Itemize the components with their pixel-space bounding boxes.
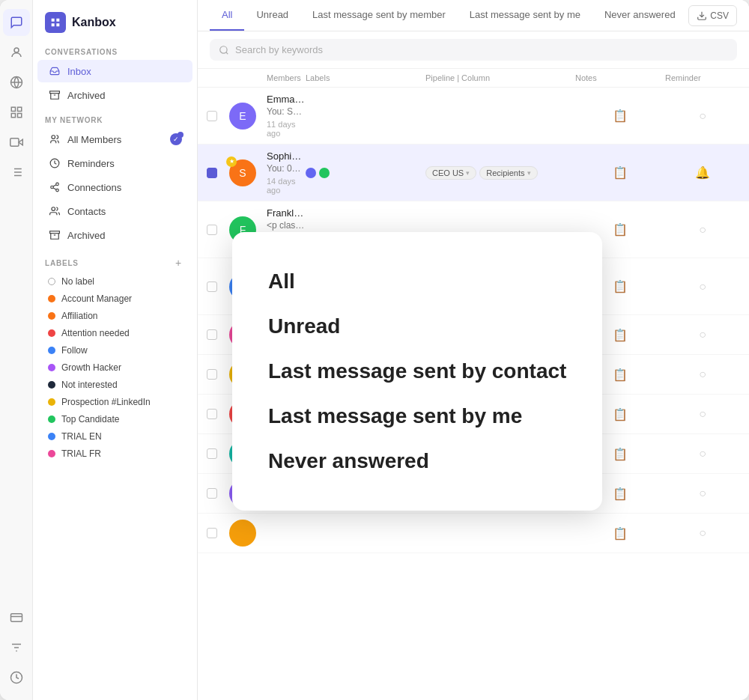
reminder-cell[interactable]: ○ <box>665 526 740 540</box>
label-dot-9 <box>48 433 55 440</box>
row-checkbox[interactable] <box>207 369 217 380</box>
reminder-icon: ○ <box>699 447 706 460</box>
connections-label: Connections <box>67 182 182 193</box>
tab-unread[interactable]: Unread <box>244 0 300 31</box>
label-dot-4 <box>48 347 55 354</box>
nav-clock-icon[interactable] <box>3 664 30 691</box>
reminder-cell[interactable]: ○ <box>665 447 740 460</box>
search-wrap <box>210 39 737 61</box>
row-checkbox[interactable] <box>207 281 217 292</box>
reminder-icon: ○ <box>699 407 706 420</box>
tab-all[interactable]: All <box>210 0 244 31</box>
label-dot-8 <box>48 416 55 423</box>
label-item-1[interactable]: Account Manager <box>37 290 192 307</box>
label-item-0[interactable]: No label <box>37 273 192 290</box>
tab-last-message-sent-by-member[interactable]: Last message sent by member <box>300 0 458 31</box>
row-checkbox[interactable] <box>207 488 217 499</box>
label-item-2[interactable]: Affiliation <box>37 308 192 324</box>
svg-rect-4 <box>17 107 21 111</box>
table-row[interactable]: EEmmanuel Sunyer · Scrum Master • Coach … <box>198 88 749 144</box>
contacts-icon <box>48 204 61 218</box>
svg-rect-5 <box>11 114 15 118</box>
svg-rect-8 <box>10 139 18 147</box>
notes-cell[interactable]: 📋 <box>575 165 665 180</box>
row-checkbox[interactable] <box>207 168 217 178</box>
tooltip-option-2[interactable]: Last message sent by contact <box>268 349 566 394</box>
label-item-5[interactable]: Growth Hacker <box>37 359 192 376</box>
search-input[interactable] <box>235 44 728 55</box>
row-avatar-wrap <box>229 520 267 547</box>
tooltip-option-0[interactable]: All <box>268 259 566 304</box>
sidebar-item-all-members[interactable]: All Members ✓ <box>37 128 192 150</box>
reminder-cell[interactable]: ○ <box>665 407 740 421</box>
sidebar-item-archived[interactable]: Archived <box>37 84 192 106</box>
reminder-icon: 🔔 <box>695 166 710 179</box>
label-item-9[interactable]: TRIAL EN <box>37 428 192 445</box>
nav-profile-icon[interactable] <box>3 39 30 66</box>
nav-list-icon[interactable] <box>3 159 30 186</box>
label-item-4[interactable]: Follow <box>37 342 192 359</box>
label-chip <box>306 168 316 178</box>
filter-tooltip: AllUnreadLast message sent by contactLas… <box>232 232 602 511</box>
tab-never-answered[interactable]: Never answered <box>592 0 688 31</box>
nav-video-icon[interactable] <box>3 129 30 156</box>
label-item-10[interactable]: TRIAL FR <box>37 445 192 462</box>
table-row[interactable]: 📋○ <box>198 514 749 553</box>
csv-label: CSV <box>710 10 729 21</box>
label-item-8[interactable]: Top Candidate <box>37 411 192 427</box>
table-row[interactable]: ★SSophie Poirat · Head of Sales & Head o… <box>198 144 749 201</box>
sidebar-item-connections[interactable]: Connections <box>37 176 192 198</box>
reminder-cell[interactable]: ○ <box>665 328 740 341</box>
sidebar-item-contacts[interactable]: Contacts <box>37 200 192 222</box>
notes-cell[interactable]: 📋 <box>575 109 665 123</box>
archived2-icon <box>48 228 61 242</box>
conversation-info: Sophie Poirat · Head of Sales & Head of … <box>267 150 306 195</box>
sidebar-item-reminders[interactable]: Reminders <box>37 152 192 174</box>
reminder-cell[interactable]: ○ <box>665 109 740 123</box>
notes-cell[interactable]: 📋 <box>575 526 665 541</box>
sidebar-header: Kanbox <box>33 0 197 39</box>
nav-card-icon[interactable] <box>3 604 30 631</box>
archived-icon <box>48 88 61 102</box>
tooltip-option-4[interactable]: Never answered <box>268 439 566 484</box>
reminder-cell[interactable]: 🔔 <box>665 165 740 180</box>
nav-globe-icon[interactable] <box>3 69 30 96</box>
pipeline-column-badge[interactable]: Recipients ▾ <box>479 166 537 180</box>
sidebar: Kanbox CONVERSATIONS Inbox Archived MY N… <box>33 0 198 700</box>
reminders-icon <box>48 156 61 170</box>
labels-cell <box>306 168 425 178</box>
row-checkbox[interactable] <box>207 409 217 419</box>
labels-section-label: LABELS <box>45 259 79 267</box>
avatar: E <box>229 103 256 130</box>
label-name-9: TRIAL EN <box>61 431 102 442</box>
row-checkbox[interactable] <box>207 225 217 235</box>
row-checkbox[interactable] <box>207 528 217 538</box>
add-label-button[interactable]: + <box>172 256 185 270</box>
pipeline-badge[interactable]: CEO US ▾ <box>425 166 476 180</box>
csv-export-button[interactable]: CSV <box>688 5 737 26</box>
last-message: You: 000001.jpg <box>267 163 306 174</box>
svg-rect-31 <box>50 231 60 234</box>
row-checkbox[interactable] <box>207 329 217 340</box>
nav-grid-icon[interactable] <box>3 99 30 126</box>
label-item-6[interactable]: Not interested <box>37 377 192 393</box>
note-icon: 📋 <box>613 166 628 179</box>
sidebar-item-archived2[interactable]: Archived <box>37 224 192 246</box>
label-item-7[interactable]: Prospection #LinkedIn <box>37 394 192 410</box>
last-message: <p class="spinmail-quill-editor__spin-br… <box>267 220 306 231</box>
row-checkbox[interactable] <box>207 448 217 459</box>
reminder-cell[interactable]: ○ <box>665 368 740 381</box>
reminder-icon: ○ <box>699 368 706 380</box>
reminder-cell[interactable]: ○ <box>665 280 740 293</box>
reminder-cell[interactable]: ○ <box>665 487 740 500</box>
sidebar-item-inbox[interactable]: Inbox <box>37 60 192 82</box>
label-item-3[interactable]: Attention needed <box>37 325 192 341</box>
nav-filter-icon[interactable] <box>3 634 30 661</box>
tooltip-option-1[interactable]: Unread <box>268 304 566 349</box>
tooltip-option-3[interactable]: Last message sent by me <box>268 394 566 439</box>
tab-last-message-sent-by-me[interactable]: Last message sent by me <box>458 0 592 31</box>
reminder-cell[interactable]: ○ <box>665 223 740 237</box>
nav-messages-icon[interactable] <box>3 9 30 36</box>
col-pipeline: Pipeline | Column <box>425 73 575 82</box>
row-checkbox[interactable] <box>207 111 217 121</box>
